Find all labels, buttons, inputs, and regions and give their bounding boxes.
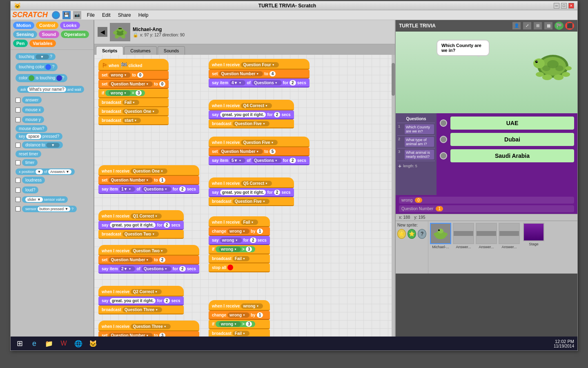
- menu-help[interactable]: Help: [135, 11, 152, 19]
- cat-pen-btn[interactable]: Pen: [13, 40, 28, 47]
- menu-share[interactable]: Share: [115, 11, 134, 19]
- surprise-sprite[interactable]: ?: [418, 229, 426, 239]
- radio-1[interactable]: [440, 119, 447, 127]
- block-say-item4[interactable]: say item 4▼ of Questions for 2 secs: [209, 79, 310, 88]
- block-set-qnum-3[interactable]: set Question Number to 3: [98, 331, 199, 337]
- stage-ctrl-person[interactable]: 👤: [512, 22, 521, 30]
- block-when-clicked[interactable]: 🏳 when 🏁 clicked: [98, 59, 169, 71]
- palette-reset-timer[interactable]: reset timer: [13, 150, 91, 157]
- minimize-button[interactable]: ─: [554, 3, 559, 9]
- camera-icon[interactable]: 📷: [73, 11, 81, 19]
- stage-thumbnail[interactable]: Stage: [523, 223, 544, 246]
- radio-3[interactable]: [440, 152, 447, 159]
- chrome-icon[interactable]: 🌐: [73, 338, 84, 349]
- palette-ask[interactable]: ask What's your name? and wait: [15, 85, 89, 94]
- answer-btn-2[interactable]: Dubai: [450, 133, 574, 146]
- sprite-item-3[interactable]: Answer...: [476, 223, 497, 249]
- block-rcv-q3[interactable]: when I receive Question Three: [98, 321, 199, 331]
- block-set-qnum-0[interactable]: set Question Number to 0: [98, 80, 169, 89]
- palette-slider-sensor[interactable]: slider ▼ sensor value: [13, 195, 91, 204]
- palette-mouse-x[interactable]: mouse x: [13, 105, 91, 114]
- block-rcv-q4correct[interactable]: when I receive Q4 Correct: [209, 100, 294, 110]
- block-broadcast-q5b[interactable]: broadcast Question Five: [209, 197, 294, 206]
- scratch-taskbar-icon[interactable]: 🐱: [87, 338, 99, 349]
- block-stop-all[interactable]: stop all: [209, 263, 270, 272]
- block-say-item5[interactable]: say item 5▼ of Questions for 2 secs: [209, 156, 310, 165]
- block-set-wrong[interactable]: set wrong to 0: [98, 71, 169, 80]
- palette-touching-color[interactable]: touching color ?: [13, 62, 91, 72]
- answer-btn-1[interactable]: UAE: [450, 117, 574, 130]
- questions-add-btn[interactable]: + length: 5: [397, 161, 435, 171]
- folder-icon[interactable]: 📁: [43, 338, 55, 349]
- block-broadcast-fail[interactable]: broadcast Fail: [98, 98, 169, 107]
- new-sprite-from-file[interactable]: ⭐: [397, 229, 406, 239]
- block-say-item1[interactable]: say item 1▼ of Questions for 2 secs: [98, 185, 199, 194]
- block-say-item2[interactable]: say item 2▼ of Questions for 2 secs: [98, 265, 199, 274]
- tab-costumes[interactable]: Costumes: [124, 46, 157, 55]
- paint-new-sprite[interactable]: ⭐: [408, 229, 416, 239]
- answer-btn-3[interactable]: Saudi Arabia: [450, 149, 574, 162]
- maximize-button[interactable]: □: [561, 3, 567, 9]
- palette-x-position[interactable]: x position ▼ of AnswerA ▼: [13, 168, 91, 175]
- block-set-qnum-1[interactable]: set Question Number to 1: [98, 176, 199, 185]
- stage-ctrl-expand[interactable]: ⊞: [533, 22, 542, 30]
- block-say-great-1[interactable]: say great. you got it right. for 2 secs: [98, 221, 184, 230]
- tab-sounds[interactable]: Sounds: [158, 46, 185, 55]
- cat-variables-btn[interactable]: Variables: [29, 40, 56, 47]
- cat-sound-btn[interactable]: Sound: [39, 31, 59, 38]
- block-if-wrong[interactable]: if wrong = 3: [98, 89, 169, 98]
- stage-ctrl-arrows[interactable]: ⤢: [523, 22, 532, 30]
- block-broadcast-fail-3[interactable]: broadcast Fail: [209, 329, 270, 337]
- sprite-item-2[interactable]: Answer...: [453, 223, 474, 249]
- start-button[interactable]: ⊞: [14, 338, 25, 349]
- cat-operators-btn[interactable]: Operators: [61, 31, 89, 38]
- menu-edit[interactable]: Edit: [99, 11, 114, 19]
- block-if-wrong-3[interactable]: if wrong > 3: [209, 245, 270, 254]
- block-if-wrong-3b[interactable]: if wrong > 3: [209, 320, 270, 329]
- block-rcv-q2[interactable]: when I receive Question Two: [98, 245, 199, 256]
- sprite-item-1[interactable]: Michael-...: [430, 223, 451, 249]
- block-change-wrong-2[interactable]: change wrong by 1: [209, 311, 270, 320]
- palette-color-touching[interactable]: color is touching ?: [13, 73, 91, 83]
- block-rcv-wrong[interactable]: when I receive wrong: [209, 300, 270, 311]
- palette-timer[interactable]: timer: [13, 158, 91, 167]
- palette-sensor-button[interactable]: sensor button pressed ▼ ?: [13, 205, 91, 213]
- block-say-great-5[interactable]: say great. you got it right. for 2 secs: [209, 188, 294, 197]
- block-say-wrong[interactable]: say wrong for 2 secs: [209, 236, 270, 245]
- tab-scripts[interactable]: Scripts: [96, 46, 123, 55]
- block-broadcast-q3[interactable]: broadcast Question Three: [98, 305, 184, 314]
- cat-control-btn[interactable]: Control: [36, 22, 58, 29]
- block-set-qnum-2[interactable]: set Question Number to 2: [98, 256, 199, 265]
- palette-touching[interactable]: touching ▼ ?: [13, 52, 91, 61]
- palette-mouse-y[interactable]: mouse y: [13, 115, 91, 124]
- save-icon[interactable]: 💾: [62, 11, 71, 19]
- block-rcv-q1correct[interactable]: when I receive Q1 Correct: [98, 210, 184, 221]
- palette-mouse-down[interactable]: mouse down?: [13, 125, 91, 132]
- block-broadcast-q5[interactable]: broadcast Question Five: [209, 119, 294, 128]
- block-rcv-q5correct[interactable]: when I receive Q5 Correct: [209, 177, 294, 188]
- block-broadcast-fail-2[interactable]: broadcast Fail: [209, 254, 270, 263]
- block-rcv-q2correct[interactable]: when I receive Q2 Correct: [98, 286, 184, 296]
- close-button[interactable]: ✕: [568, 3, 574, 9]
- red-stop-button[interactable]: ⬛: [565, 22, 574, 30]
- scripts-canvas[interactable]: 🏳 when 🏁 clicked set wrong to 0 set Ques…: [94, 55, 395, 337]
- sprite-item-4[interactable]: Answer...: [499, 223, 520, 249]
- scrollbar[interactable]: [392, 55, 395, 337]
- block-set-qnum-4[interactable]: set Question Number to 4: [209, 70, 310, 79]
- palette-loudness[interactable]: loudness: [13, 176, 91, 184]
- globe-icon[interactable]: 🌐: [52, 11, 60, 19]
- block-rcv-q1[interactable]: when I receive Question One: [98, 165, 199, 176]
- radio-2[interactable]: [440, 136, 447, 143]
- palette-distance-to[interactable]: distance to ▼: [13, 141, 91, 149]
- block-say-great-4[interactable]: say great. you got it right. for 2 secs: [209, 110, 294, 119]
- block-change-wrong[interactable]: change wrong by 1: [209, 227, 270, 236]
- block-broadcast-q2[interactable]: broadcast Question Two: [98, 230, 184, 239]
- cat-sensing-btn[interactable]: Sensing: [13, 31, 37, 38]
- palette-key-pressed[interactable]: key space pressed?: [13, 133, 91, 139]
- cat-motion-btn[interactable]: Motion: [13, 22, 34, 29]
- block-set-qnum-5[interactable]: set Question Number to 5: [209, 147, 310, 156]
- block-broadcast-q1[interactable]: broadcast Question One: [98, 107, 169, 116]
- answer-checkbox[interactable]: [16, 98, 20, 103]
- cat-looks-btn[interactable]: Looks: [60, 22, 80, 29]
- stage-ctrl-grid[interactable]: ▦: [544, 22, 553, 30]
